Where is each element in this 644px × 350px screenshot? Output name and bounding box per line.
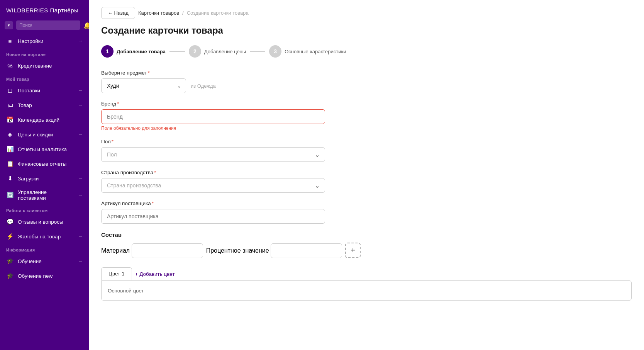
- strana-select[interactable]: Страна производства Россия Китай Турция: [101, 178, 325, 193]
- subject-group: Выберите предмет* Худи ⌄ из Одежда: [101, 70, 632, 93]
- add-material-button[interactable]: +: [345, 243, 361, 258]
- brand-group: Бренд* Поле обязательно для заполнения: [101, 101, 632, 131]
- strana-group: Страна производства* Страна производства…: [101, 170, 632, 193]
- logo-suffix: Партнёры: [48, 7, 78, 14]
- sidebar-item-kalendar[interactable]: 📅 Календарь акций: [0, 112, 89, 127]
- sidebar-item-obuchenie[interactable]: 🎓 Обучение →: [0, 254, 89, 268]
- breadcrumb-separator: /: [182, 10, 184, 16]
- sidebar-item-label: Отчеты и аналитика: [18, 146, 67, 152]
- sidebar-item-label: Цены и скидки: [18, 132, 53, 138]
- sidebar-item-label: Финансовые отчеты: [18, 161, 66, 167]
- sidebar-item-label: Обучение new: [18, 273, 53, 279]
- pol-select-wrapper: Пол Мужской Женский Унисекс ⌄: [101, 147, 325, 162]
- complaint-icon: ⚡: [6, 233, 14, 240]
- edu-icon: 🎓: [6, 257, 14, 265]
- subject-category: из Одежда: [191, 83, 216, 89]
- articul-label: Артикул поставщика*: [101, 200, 632, 206]
- sostav-title: Состав: [101, 231, 632, 238]
- sidebar-logo: WILDBERRIES Партнёры: [0, 0, 89, 19]
- sidebar-item-zagruzki[interactable]: ⬇ Загрузки →: [0, 171, 89, 186]
- sidebar-item-nastroyki[interactable]: ≡ Настройки →: [0, 34, 89, 48]
- brand-label: Бренд*: [101, 101, 632, 107]
- material-col: Материал: [101, 243, 203, 258]
- sidebar-item-obuchenie-new[interactable]: 🎓 Обучение new: [0, 268, 89, 283]
- sostav-group: Состав Материал Процентное значение +: [101, 231, 632, 258]
- sidebar-item-label: Календарь акций: [18, 117, 59, 123]
- material-input[interactable]: [132, 243, 203, 258]
- breadcrumb-link[interactable]: Карточки товаров: [138, 10, 179, 16]
- sidebar-item-zhaloby[interactable]: ⚡ Жалобы на товар →: [0, 229, 89, 244]
- breadcrumb: ← Назад Карточки товаров / Создание карт…: [101, 7, 632, 19]
- arrow-icon: →: [78, 38, 83, 44]
- section-new-label: Новое на портале: [0, 48, 89, 58]
- form-area: Выберите предмет* Худи ⌄ из Одежда Бренд…: [89, 70, 644, 316]
- edu-new-icon: 🎓: [6, 272, 14, 280]
- step-2-circle: 2: [189, 45, 201, 58]
- box-icon: ◻: [6, 87, 14, 94]
- subject-label: Выберите предмет*: [101, 70, 632, 76]
- sidebar-item-finansovye[interactable]: 📋 Финансовые отчеты: [0, 156, 89, 171]
- sidebar-item-upravlenie[interactable]: 🔄 Управление поставками →: [0, 186, 89, 204]
- step-1-circle: 1: [101, 45, 114, 58]
- sidebar-item-tovar[interactable]: 🏷 Товар →: [0, 98, 89, 112]
- step-3: 3 Основные характеристики: [269, 45, 346, 58]
- sidebar-item-ceny[interactable]: ◈ Цены и скидки →: [0, 127, 89, 142]
- sidebar: WILDBERRIES Партнёры ▾ 🔔 ≡ Настройки → Н…: [0, 0, 89, 350]
- search-input[interactable]: [16, 20, 80, 30]
- color-tabs-row: Цвет 1 + Добавить цвет: [101, 267, 632, 280]
- pol-group: Пол* Пол Мужской Женский Унисекс ⌄: [101, 139, 632, 162]
- step-1-label: Добавление товара: [117, 49, 166, 54]
- sidebar-search-row: ▾ 🔔: [0, 19, 89, 34]
- sidebar-item-label: Кредитование: [18, 63, 52, 69]
- subject-row: Худи ⌄ из Одежда: [101, 78, 632, 93]
- arrow-icon: →: [78, 258, 83, 264]
- articul-input[interactable]: [101, 209, 325, 224]
- brand-input[interactable]: [101, 109, 325, 124]
- sidebar-item-otchety[interactable]: 📊 Отчеты и аналитика: [0, 142, 89, 156]
- account-dropdown[interactable]: ▾: [5, 21, 13, 29]
- steps-row: 1 Добавление товара 2 Добавление цены 3 …: [101, 45, 632, 58]
- reviews-icon: 💬: [6, 218, 14, 226]
- strana-label: Страна производства*: [101, 170, 632, 175]
- main-content: ← Назад Карточки товаров / Создание карт…: [89, 0, 644, 350]
- sidebar-item-label: Отзывы и вопросы: [18, 219, 63, 225]
- section-info-label: Информация: [0, 244, 89, 254]
- add-color-button[interactable]: + Добавить цвет: [135, 271, 175, 277]
- settings-icon: ≡: [6, 37, 14, 45]
- doc-icon: 📋: [6, 160, 14, 168]
- percent-icon: %: [6, 62, 14, 70]
- sidebar-item-kreditovanie[interactable]: % Кредитование: [0, 58, 89, 73]
- sostav-columns: Материал Процентное значение +: [101, 243, 632, 258]
- page-title: Создание карточки товара: [101, 25, 632, 36]
- sidebar-item-label: Загрузки: [18, 176, 39, 182]
- color-panel-label: Основной цвет: [108, 288, 144, 294]
- topbar: ← Назад Карточки товаров / Создание карт…: [89, 0, 644, 58]
- arrow-icon: →: [78, 176, 83, 181]
- back-button[interactable]: ← Назад: [101, 7, 135, 19]
- sidebar-item-label: Настройки: [18, 38, 43, 44]
- subject-select[interactable]: Худи: [101, 78, 186, 93]
- articul-group: Артикул поставщика*: [101, 200, 632, 224]
- arrow-icon: →: [78, 192, 83, 198]
- step-3-circle: 3: [269, 45, 281, 58]
- step-1: 1 Добавление товара: [101, 45, 166, 58]
- color-tab-1[interactable]: Цвет 1: [101, 267, 132, 280]
- bell-icon[interactable]: 🔔: [83, 22, 89, 29]
- percent-col: Процентное значение: [206, 243, 342, 258]
- step-2: 2 Добавление цены: [189, 45, 246, 58]
- sidebar-item-postavki[interactable]: ◻ Поставки →: [0, 83, 89, 98]
- color-panel: Основной цвет: [101, 280, 632, 301]
- logo-brand: WILDBERRIES: [6, 7, 48, 14]
- sidebar-item-label: Обучение: [18, 258, 42, 264]
- step-dash-2: [250, 51, 265, 52]
- sidebar-item-otzyvy[interactable]: 💬 Отзывы и вопросы: [0, 214, 89, 229]
- pol-label: Пол*: [101, 139, 632, 144]
- percent-label: Процентное значение: [206, 247, 269, 254]
- chart-icon: 📊: [6, 145, 14, 153]
- tag-icon: 🏷: [6, 101, 14, 109]
- subject-select-wrapper: Худи ⌄: [101, 78, 186, 93]
- percent-input[interactable]: [271, 243, 342, 258]
- pol-select[interactable]: Пол Мужской Женский Унисекс: [101, 147, 325, 162]
- strana-select-wrapper: Страна производства Россия Китай Турция …: [101, 178, 325, 193]
- section-my-label: Мой товар: [0, 73, 89, 83]
